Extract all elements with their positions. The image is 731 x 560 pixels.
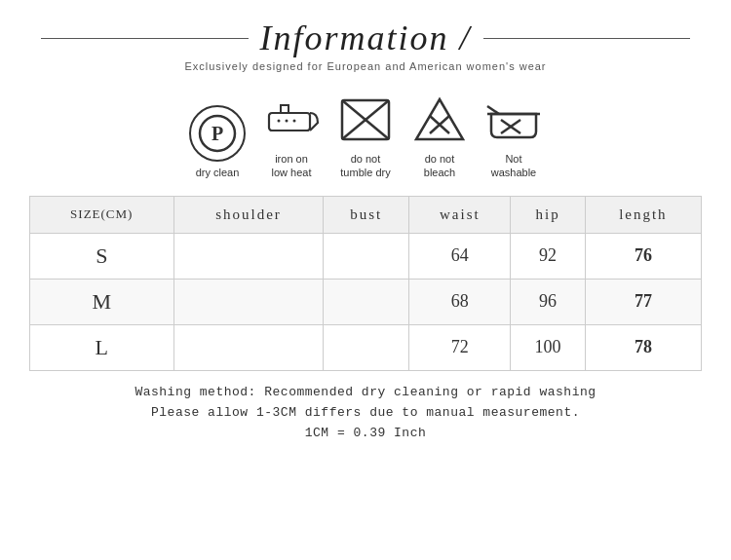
col-waist: waist <box>409 196 511 233</box>
cell-hip-m: 96 <box>511 279 585 324</box>
title-line-left <box>41 38 249 39</box>
cell-bust-m <box>324 279 409 324</box>
svg-point-4 <box>278 120 281 123</box>
note-1: Washing method: Recommended dry cleaning… <box>135 385 596 399</box>
no-bleach-icon <box>412 94 467 145</box>
cell-length-m: 77 <box>585 279 701 324</box>
size-table-section: SIZE(CM) shoulder bust waist hip length … <box>29 196 702 371</box>
iron-label: iron on low heat <box>272 152 312 180</box>
cell-waist-l: 72 <box>409 324 511 370</box>
col-length: length <box>585 196 701 233</box>
iron-icon <box>263 95 320 144</box>
subtitle: Exclusively designed for European and Am… <box>184 60 546 72</box>
no-tumble-label: do not tumble dry <box>340 152 390 180</box>
header-row: SIZE(CM) shoulder bust waist hip length <box>30 196 702 233</box>
table-row: M 68 96 77 <box>30 279 702 324</box>
care-icons-row: P dry clean <box>189 92 542 180</box>
cell-shoulder-l <box>173 324 324 370</box>
table-row: L 72 100 78 <box>30 324 702 370</box>
cell-waist-m: 68 <box>409 279 511 324</box>
col-hip: hip <box>511 196 585 233</box>
not-washable-icon-box <box>485 92 542 148</box>
cell-size-m: M <box>30 279 174 324</box>
care-item-not-washable: Not washable <box>485 92 542 180</box>
svg-rect-3 <box>281 105 289 113</box>
no-bleach-icon-box <box>411 92 468 148</box>
svg-point-6 <box>293 120 296 123</box>
table-header: SIZE(CM) shoulder bust waist hip length <box>30 196 702 233</box>
cell-size-l: L <box>30 324 174 370</box>
no-tumble-icon <box>338 94 393 145</box>
cell-hip-l: 100 <box>511 324 585 370</box>
dry-clean-icon-box: P <box>189 105 246 162</box>
care-item-iron: iron on low heat <box>263 92 320 180</box>
note-3: 1CM = 0.39 Inch <box>305 426 427 440</box>
cell-length-l: 78 <box>585 324 701 370</box>
table-row: S 64 92 76 <box>30 233 702 279</box>
svg-rect-2 <box>269 113 310 131</box>
care-item-dry-clean: P dry clean <box>189 105 246 179</box>
dry-clean-label: dry clean <box>196 166 240 179</box>
title-line-right <box>483 38 691 39</box>
cell-waist-s: 64 <box>409 233 511 279</box>
cell-shoulder-s <box>173 233 324 279</box>
svg-marker-10 <box>416 99 463 139</box>
cell-length-s: 76 <box>585 233 701 279</box>
iron-icon-box <box>263 92 320 148</box>
care-item-no-tumble: do not tumble dry <box>337 92 394 180</box>
svg-point-5 <box>286 120 289 123</box>
cell-bust-s <box>324 233 409 279</box>
page-title: Information / <box>260 18 472 58</box>
note-2: Please allow 1-3CM differs due to manual… <box>151 405 580 420</box>
not-washable-icon <box>485 94 542 145</box>
table-body: S 64 92 76 M 68 96 77 L <box>30 233 702 370</box>
care-section: P dry clean <box>29 92 702 180</box>
col-size: SIZE(CM) <box>30 196 174 233</box>
care-item-no-bleach: do not bleach <box>411 92 468 180</box>
no-tumble-icon-box <box>337 92 394 148</box>
page: Information / Exclusively designed for E… <box>0 0 731 560</box>
col-shoulder: shoulder <box>173 196 324 233</box>
not-washable-label: Not washable <box>491 152 536 180</box>
cell-shoulder-m <box>173 279 324 324</box>
size-table: SIZE(CM) shoulder bust waist hip length … <box>29 196 702 371</box>
cell-size-s: S <box>30 233 174 279</box>
cell-hip-s: 92 <box>511 233 585 279</box>
title-row: Information / <box>29 18 702 58</box>
cell-bust-l <box>324 324 409 370</box>
svg-text:P: P <box>212 123 223 144</box>
notes-section: Washing method: Recommended dry cleaning… <box>29 385 702 440</box>
no-bleach-label: do not bleach <box>424 152 455 180</box>
dry-clean-icon: P <box>197 113 238 154</box>
col-bust: bust <box>324 196 409 233</box>
header: Information / Exclusively designed for E… <box>29 18 702 72</box>
